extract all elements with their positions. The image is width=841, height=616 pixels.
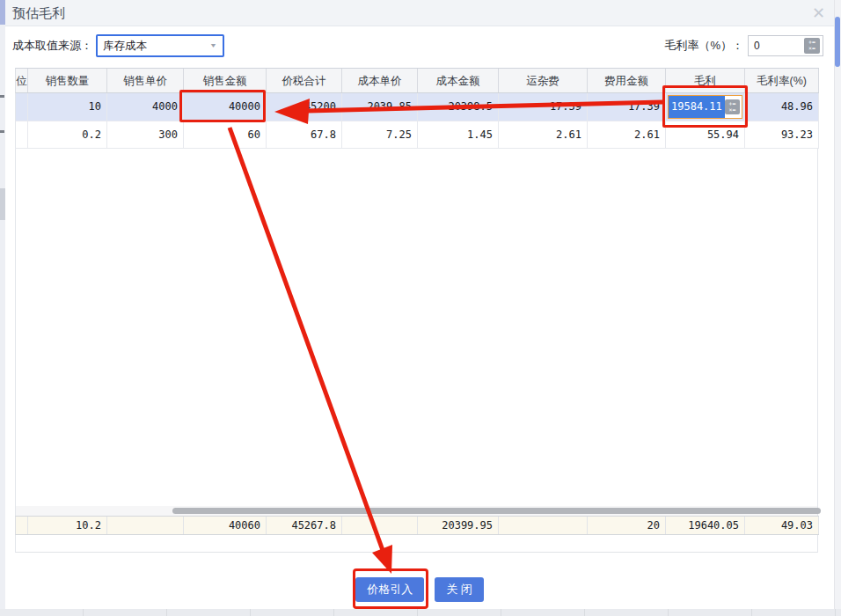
cost-source-label: 成本取值来源：	[12, 38, 92, 54]
table-cell: 93.23	[745, 121, 819, 148]
table-empty-area	[15, 149, 818, 506]
profit-rate-value: 0	[754, 40, 760, 52]
totals-cell: 20	[588, 517, 666, 534]
table-row[interactable]: 0.2 300 60 67.8 7.25 1.45 2.61 2.61 55.9…	[15, 121, 819, 149]
table-cell: 4000	[107, 93, 184, 121]
estimated-gross-profit-dialog: 预估毛利 ✕ 成本取值来源： 库存成本 ▼ 毛利率（%）： 0 += ×=	[5, 0, 834, 609]
totals-cell: 19640.05	[666, 517, 745, 534]
background-fragment	[0, 130, 4, 133]
table-header-row: 位 销售数量 销售单价 销售金额 价税合计 成本单价 成本金额 运杂费 费用金额…	[15, 68, 819, 93]
horizontal-scrollbar-thumb[interactable]	[172, 508, 821, 514]
table-cell: 2.61	[499, 121, 588, 148]
selected-text: 19584.11	[669, 96, 725, 118]
column-header-price-tax-total: 价税合计	[267, 69, 342, 92]
dialog-title: 预估毛利	[12, 0, 65, 26]
table-cell	[16, 121, 28, 148]
page: 预估毛利 ✕ 成本取值来源： 库存成本 ▼ 毛利率（%）： 0 += ×=	[0, 0, 841, 616]
vertical-scrollbar-thumb[interactable]	[835, 17, 840, 67]
table-cell-sales-amount: 40000	[184, 93, 267, 121]
totals-cell	[499, 517, 588, 534]
table-cell: 17.39	[499, 93, 588, 121]
table-cell: 10	[28, 93, 107, 121]
totals-cell: 49.03	[745, 517, 819, 534]
column-header-fee-amount: 费用金额	[588, 69, 666, 92]
calculator-icon[interactable]: += ×=	[804, 38, 820, 54]
table-cell: 2.61	[588, 121, 666, 148]
totals-cell	[107, 517, 184, 534]
totals-cell	[16, 517, 28, 534]
dialog-toolbar: 成本取值来源： 库存成本 ▼ 毛利率（%）： 0 += ×=	[5, 26, 830, 65]
totals-cell	[342, 517, 418, 534]
cost-source-value: 库存成本	[103, 39, 147, 54]
gross-profit-table: 位 销售数量 销售单价 销售金额 价税合计 成本单价 成本金额 运杂费 费用金额…	[15, 68, 819, 553]
background-page-right-edge	[834, 0, 841, 609]
totals-cell: 40060	[184, 517, 267, 534]
horizontal-scrollbar[interactable]	[15, 506, 818, 516]
dialog-titlebar: 预估毛利 ✕	[5, 0, 834, 26]
table-totals-row: 10.2 40060 45267.8 20399.95 20 19640.05 …	[15, 516, 819, 535]
close-button[interactable]: 关 闭	[435, 577, 484, 602]
column-header-cost-price: 成本单价	[342, 69, 418, 92]
column-header-sales-price: 销售单价	[107, 69, 184, 92]
table-cell: 55.94	[666, 121, 745, 148]
gross-profit-cell-editor[interactable]: 19584.11 += ×=	[666, 93, 745, 121]
column-header-gross-profit-rate: 毛利率(%)	[745, 69, 819, 92]
profit-rate-label: 毛利率（%）：	[664, 38, 743, 54]
table-cell: 300	[107, 121, 184, 148]
column-header-freight: 运杂费	[499, 69, 588, 92]
column-header-unit: 位	[16, 69, 28, 92]
column-header-sales-qty: 销售数量	[28, 69, 107, 92]
chevron-down-icon: ▼	[209, 42, 217, 49]
table-cell: 0.2	[28, 121, 107, 148]
table-cell: 2039.85	[342, 93, 418, 121]
totals-cell: 10.2	[28, 517, 107, 534]
table-row[interactable]: 10 4000 40000 45200 2039.85 20398.5 17.3…	[15, 93, 819, 121]
column-header-sales-amount: 销售金额	[184, 69, 267, 92]
close-icon[interactable]: ✕	[812, 2, 825, 25]
cell-edit-input[interactable]: 19584.11 += ×=	[668, 95, 742, 119]
table-cell: 60	[184, 121, 267, 148]
calculator-icon[interactable]: += ×=	[725, 99, 740, 114]
table-cell: 45200	[267, 93, 342, 121]
cost-source-select[interactable]: 库存成本 ▼	[96, 34, 224, 57]
background-fragment	[0, 95, 4, 98]
price-import-button[interactable]: 价格引入	[355, 577, 424, 602]
table-cell: 1.45	[418, 121, 499, 148]
table-cell: 20398.5	[418, 93, 499, 121]
column-header-cost-amount: 成本金额	[418, 69, 499, 92]
table-footer-empty-row	[15, 535, 818, 553]
table-cell: 7.25	[342, 121, 418, 148]
totals-cell: 45267.8	[267, 517, 342, 534]
table-cell: 48.96	[745, 93, 819, 121]
profit-rate-input[interactable]: 0 += ×=	[748, 35, 823, 56]
column-header-gross-profit: 毛利	[666, 69, 745, 92]
dialog-footer: 价格引入 关 闭	[5, 577, 834, 602]
table-cell	[16, 93, 28, 121]
table-cell: 67.8	[267, 121, 342, 148]
totals-cell: 20399.95	[418, 517, 499, 534]
background-page-bottom-edge	[0, 609, 841, 616]
profit-rate-group: 毛利率（%）： 0 += ×=	[664, 35, 823, 56]
table-cell: 17.39	[588, 93, 666, 121]
